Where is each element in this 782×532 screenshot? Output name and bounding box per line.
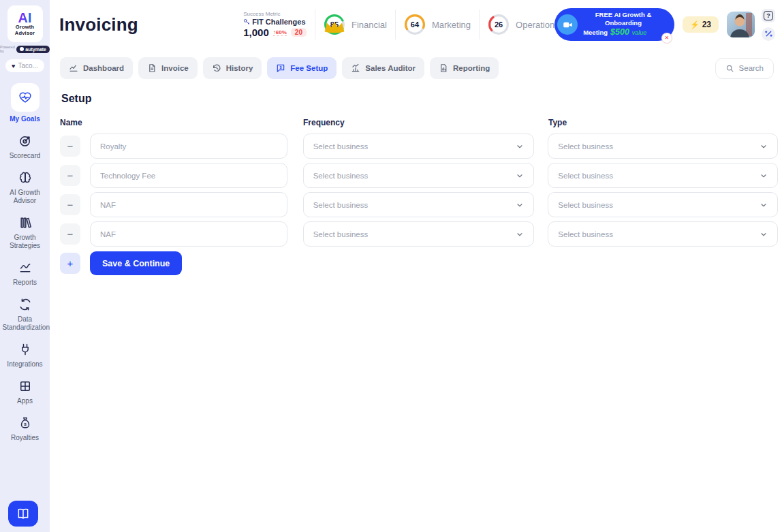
tab-label: Invoice xyxy=(161,64,189,72)
key-icon xyxy=(243,18,250,25)
gauge-operation[interactable]: 26 Operation xyxy=(488,14,554,35)
sidebar-item-label: AI Growth Advisor xyxy=(3,189,48,205)
column-headers: Name Frequency Type xyxy=(60,118,778,127)
frequency-select[interactable]: Select business xyxy=(303,163,535,188)
tab-label: Reporting xyxy=(453,64,490,72)
type-select[interactable]: Select business xyxy=(548,163,778,188)
fee-name-input[interactable] xyxy=(90,192,287,217)
frequency-select[interactable]: Select business xyxy=(303,192,535,217)
help-button[interactable]: ? xyxy=(762,9,775,22)
gauge-ring: 85 xyxy=(324,14,345,35)
metric-value: 1,000 xyxy=(243,27,269,38)
svg-text:$: $ xyxy=(280,65,282,69)
sidebar-item-apps[interactable]: Apps xyxy=(1,379,50,405)
section-tabbar: Dashboard Invoice History $ xyxy=(50,49,782,79)
tab-dashboard[interactable]: Dashboard xyxy=(60,57,133,79)
fee-row: − Select business Select business xyxy=(60,134,778,159)
lightning-bolt-icon: ⚡ xyxy=(690,20,700,29)
sidebar-item-reports[interactable]: Reports xyxy=(1,260,50,287)
tab-reporting[interactable]: Reporting xyxy=(430,57,499,79)
metric-count-badge: 20 xyxy=(291,28,307,37)
chevron-down-icon xyxy=(760,230,768,238)
corner-icon-column: ? xyxy=(762,9,775,41)
promo-text: FREE AI Growth & Onboarding Meeting $500… xyxy=(583,11,663,37)
energy-count: 23 xyxy=(702,20,711,29)
message-dollar-icon: $ xyxy=(276,63,285,73)
select-placeholder: Select business xyxy=(558,230,613,238)
sidebar-item-label: Apps xyxy=(3,397,48,405)
sidebar-item-label: Integrations xyxy=(3,360,48,369)
user-avatar[interactable] xyxy=(727,12,755,37)
sidebar-item-data-standardization[interactable]: Data Standardization xyxy=(1,297,50,332)
add-row-button[interactable]: + xyxy=(60,253,80,274)
chevron-down-icon xyxy=(760,142,768,151)
promo-meeting-button[interactable]: FREE AI Growth & Onboarding Meeting $500… xyxy=(554,8,674,40)
column-frequency: Frequency xyxy=(303,118,548,127)
sync-icon xyxy=(18,297,33,312)
tab-label: History xyxy=(226,64,253,72)
select-placeholder: Select business xyxy=(313,172,369,180)
type-select[interactable]: Select business xyxy=(548,192,778,217)
save-continue-button[interactable]: Save & Continue xyxy=(90,251,182,275)
chevron-down-icon xyxy=(760,172,768,180)
video-camera-icon xyxy=(557,14,578,35)
promo-close-icon[interactable]: ✕ xyxy=(662,33,672,43)
brain-icon xyxy=(18,170,33,185)
history-clock-icon xyxy=(212,63,221,73)
tab-history[interactable]: History xyxy=(203,57,262,79)
fee-rows: − Select business Select business − xyxy=(60,134,778,247)
energy-points-badge[interactable]: ⚡ 23 xyxy=(683,16,719,33)
sidebar-item-royalties[interactable]: $ Royalties xyxy=(1,416,50,442)
sidebar-item-growth-strategies[interactable]: Growth Strategies xyxy=(1,215,50,250)
header-right-group: FREE AI Growth & Onboarding Meeting $500… xyxy=(554,8,775,40)
fee-name-input[interactable] xyxy=(90,163,287,188)
frequency-select[interactable]: Select business xyxy=(303,134,535,159)
fee-name-input[interactable] xyxy=(90,221,287,247)
sidebar-item-my-goals[interactable]: My Goals xyxy=(1,83,50,123)
grid-icon xyxy=(18,379,33,394)
chevron-down-icon xyxy=(516,172,524,180)
type-select[interactable]: Select business xyxy=(548,221,778,247)
promo-price-suffix: value xyxy=(632,29,647,37)
docs-launcher-button[interactable] xyxy=(8,501,38,527)
tab-label: Sales Auditor xyxy=(365,64,416,72)
metric-name: FIT Challenges xyxy=(252,18,305,26)
gauge-financial[interactable]: 85 Financial xyxy=(324,14,387,35)
chevron-down-icon xyxy=(760,201,768,209)
sidebar-item-integrations[interactable]: Integrations xyxy=(1,342,50,369)
tab-sales-auditor[interactable]: Sales Auditor xyxy=(342,57,424,79)
type-select[interactable]: Select business xyxy=(548,134,778,159)
gauge-marketing[interactable]: 64 Marketing xyxy=(404,14,471,35)
page-title: Invoicing xyxy=(59,14,243,35)
promo-line2: Meeting $500 value xyxy=(583,27,663,38)
sidebar-item-scorecard[interactable]: Scorecard xyxy=(1,134,50,160)
sidebar-item-label: Reports xyxy=(3,279,48,287)
svg-text:$: $ xyxy=(24,422,27,426)
magic-wand-button[interactable] xyxy=(762,27,775,41)
powered-by: Powered by autymate xyxy=(0,45,50,53)
fee-row: − Select business Select business xyxy=(60,221,778,247)
metric-value-row: 1,000 ↑60% 20 xyxy=(243,27,307,38)
search-button[interactable]: Search xyxy=(715,58,774,79)
logo-line2: Advisor xyxy=(15,31,35,37)
frequency-select[interactable]: Select business xyxy=(303,221,535,247)
tab-fee-setup[interactable]: $ Fee Setup xyxy=(267,57,337,79)
remove-row-button[interactable]: − xyxy=(60,194,80,215)
divider xyxy=(395,10,396,40)
fee-name-input[interactable] xyxy=(90,134,287,159)
tab-invoice[interactable]: Invoice xyxy=(138,57,198,79)
remove-row-button[interactable]: − xyxy=(60,223,80,245)
question-mark-icon: ? xyxy=(764,11,773,20)
sidebar-item-ai-growth-advisor[interactable]: AI Growth Advisor xyxy=(1,170,50,205)
workspace-name: Taco... xyxy=(18,62,37,69)
sidebar-item-label: Scorecard xyxy=(3,152,48,160)
remove-row-button[interactable]: − xyxy=(60,165,80,186)
metric-name-row: FIT Challenges xyxy=(243,18,307,26)
workspace-selector[interactable]: ♥ Taco... xyxy=(5,59,44,72)
gauge-label: Operation xyxy=(516,20,554,30)
gauge-ring: 64 xyxy=(404,14,426,35)
search-icon xyxy=(725,64,734,73)
tab-label: Dashboard xyxy=(83,64,124,72)
heart-icon: ♥ xyxy=(12,63,15,69)
remove-row-button[interactable]: − xyxy=(60,136,80,157)
